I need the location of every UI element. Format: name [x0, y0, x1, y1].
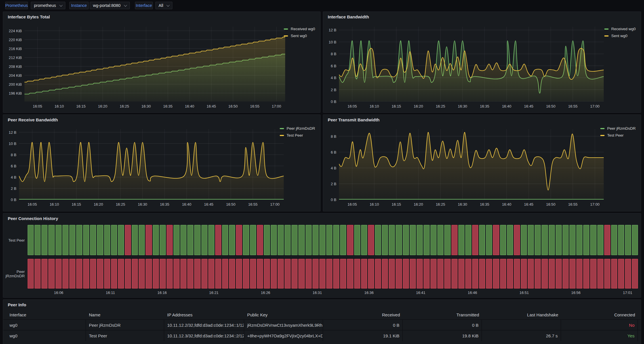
timeline-bar-connected[interactable] [69, 225, 75, 255]
timeline-bar-disconnected[interactable] [430, 259, 437, 288]
timeline-bar-connected[interactable] [549, 225, 555, 255]
timeline-bar-disconnected[interactable] [160, 259, 166, 288]
variable-select-prometheus[interactable]: prometheus [31, 2, 65, 9]
panel-title[interactable]: Interface Bandwidth [328, 14, 369, 19]
timeline-bar-disconnected[interactable] [41, 259, 47, 288]
timeline-bar-disconnected[interactable] [563, 259, 569, 288]
timeline-bar-disconnected[interactable] [187, 259, 193, 288]
timeline-bar-connected[interactable] [590, 225, 596, 255]
timeline-bar-connected[interactable] [583, 225, 589, 255]
table-header-cell[interactable]: Interface [7, 310, 86, 319]
table-header-cell[interactable]: Connected [561, 310, 638, 319]
timeline-bar-connected[interactable] [291, 225, 298, 255]
table-header-cell[interactable]: Public Key [244, 310, 323, 319]
timeline-bar-disconnected[interactable] [472, 225, 478, 255]
timeline-bar-connected[interactable] [340, 225, 346, 255]
table-header-cell[interactable]: Received [323, 310, 403, 319]
timeline-bar-disconnected[interactable] [167, 259, 173, 288]
legend-item[interactable]: Peer jRzmDsDR [600, 126, 636, 131]
timeline-bar-connected[interactable] [458, 225, 464, 255]
timeline-bar-connected[interactable] [132, 225, 138, 255]
timeline-bar-disconnected[interactable] [83, 259, 89, 288]
panel-title[interactable]: Peer Transmit Bandwidth [328, 117, 380, 122]
timeline-bar-disconnected[interactable] [236, 259, 242, 288]
timeline-bar-disconnected[interactable] [535, 259, 541, 288]
timeline-bar-connected[interactable] [382, 225, 388, 255]
timeline-bar-disconnected[interactable] [604, 225, 610, 255]
timeline-bar-disconnected[interactable] [632, 259, 638, 288]
timeline-bar-connected[interactable] [500, 225, 506, 255]
timeline-bar-connected[interactable] [437, 225, 443, 255]
timeline-bar-connected[interactable] [618, 225, 624, 255]
timeline-bar-disconnected[interactable] [104, 259, 110, 288]
panel-title[interactable]: Peer Receive Bandwidth [8, 117, 58, 122]
timeline-bar-disconnected[interactable] [243, 259, 249, 288]
timeline-bar-disconnected[interactable] [97, 259, 103, 288]
timeline-bar-connected[interactable] [187, 225, 193, 255]
timeline-bar-connected[interactable] [118, 225, 124, 255]
timeline-bar-connected[interactable] [576, 225, 582, 255]
timeline-bar-connected[interactable] [465, 225, 471, 255]
timeline-bar-connected[interactable] [229, 225, 235, 255]
timeline-bar-connected[interactable] [83, 225, 89, 255]
timeline-bar-disconnected[interactable] [125, 225, 131, 255]
timeline-bar-connected[interactable] [403, 225, 409, 255]
timeline-bar-connected[interactable] [104, 225, 110, 255]
timeline-bar-disconnected[interactable] [604, 259, 610, 288]
timeline-bar-connected[interactable] [56, 225, 62, 255]
timeline-bar-disconnected[interactable] [229, 259, 235, 288]
variable-label-interface[interactable]: Interface [135, 2, 153, 9]
timeline-bar-connected[interactable] [326, 225, 332, 255]
timeline-bar-disconnected[interactable] [257, 259, 263, 288]
variable-label-instance[interactable]: Instance [69, 2, 89, 9]
timeline-bar-disconnected[interactable] [437, 259, 443, 288]
timeline-bar-disconnected[interactable] [319, 259, 325, 288]
timeline-bar-connected[interactable] [271, 225, 277, 255]
chart-plot-area[interactable] [339, 27, 604, 102]
table-header-cell[interactable]: Transmitted [403, 310, 482, 319]
timeline-bar-disconnected[interactable] [444, 259, 450, 288]
timeline-bar-disconnected[interactable] [180, 259, 186, 288]
legend-item[interactable]: Test Peer [280, 133, 315, 137]
timeline-bar-disconnected[interactable] [201, 259, 207, 288]
timeline-bar-disconnected[interactable] [347, 225, 353, 255]
timeline-bar-disconnected[interactable] [493, 225, 499, 255]
table-header-cell[interactable]: Last Handshake [482, 310, 561, 319]
timeline-bar-disconnected[interactable] [521, 259, 527, 288]
timeline-bar-connected[interactable] [243, 225, 249, 255]
timeline-bar-disconnected[interactable] [396, 259, 402, 288]
timeline-bar-connected[interactable] [361, 225, 367, 255]
timeline-bar-disconnected[interactable] [69, 259, 75, 288]
timeline-bar-disconnected[interactable] [618, 259, 624, 288]
timeline-bar-disconnected[interactable] [528, 259, 534, 288]
timeline-bar-disconnected[interactable] [250, 259, 256, 288]
timeline-bar-connected[interactable] [389, 225, 395, 255]
legend-item[interactable]: Sent wg0 [284, 34, 315, 38]
timeline-bar-connected[interactable] [313, 225, 319, 255]
timeline-bar-disconnected[interactable] [556, 259, 562, 288]
timeline-bar-disconnected[interactable] [486, 259, 492, 288]
timeline-bar-disconnected[interactable] [493, 259, 499, 288]
timeline-bar-connected[interactable] [542, 225, 548, 255]
timeline-bar-disconnected[interactable] [62, 259, 68, 288]
timeline-bar-disconnected[interactable] [76, 259, 82, 288]
timeline-bar-disconnected[interactable] [382, 259, 388, 288]
timeline-bar-disconnected[interactable] [361, 259, 367, 288]
panel-title[interactable]: Peer Connection History [8, 216, 58, 221]
timeline-bar-disconnected[interactable] [597, 259, 603, 288]
legend-item[interactable]: Received wg0 [604, 27, 636, 31]
timeline-bar-connected[interactable] [194, 225, 200, 255]
timeline-bar-connected[interactable] [285, 225, 291, 255]
timeline-bar-disconnected[interactable] [215, 259, 221, 288]
timeline-bar-connected[interactable] [139, 225, 145, 255]
timeline-bar-connected[interactable] [250, 225, 256, 255]
timeline-bar-connected[interactable] [410, 225, 416, 255]
panel-title[interactable]: Interface Bytes Total [8, 14, 50, 19]
timeline-bar-disconnected[interactable] [507, 259, 513, 288]
timeline-bar-connected[interactable] [430, 225, 437, 255]
timeline-bar-disconnected[interactable] [354, 259, 360, 288]
timeline-bar-disconnected[interactable] [569, 259, 576, 288]
timeline-bar-disconnected[interactable] [611, 259, 617, 288]
timeline-bar-connected[interactable] [333, 225, 339, 255]
timeline-bar-disconnected[interactable] [194, 259, 200, 288]
